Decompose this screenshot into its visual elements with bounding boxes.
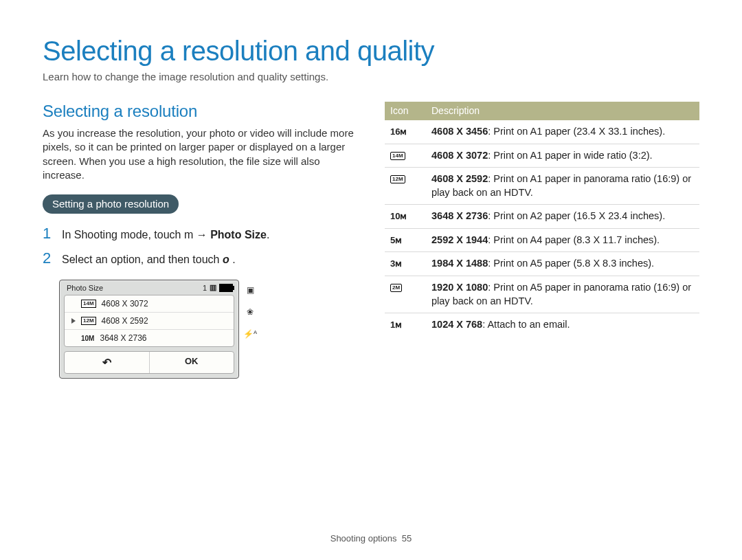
footer-section: Shooting options bbox=[330, 533, 397, 544]
table-row: 1ᴍ1024 X 768: Attach to an email. bbox=[385, 313, 699, 337]
size-icon: 12M bbox=[81, 317, 96, 325]
resolution-icon: 10ᴍ bbox=[390, 211, 407, 221]
step-bold: Photo Size bbox=[210, 229, 267, 240]
table-row: 10ᴍ3648 X 2736: Print on A2 paper (16.5 … bbox=[385, 205, 699, 229]
resolution-desc: : Print on A4 paper (8.3 X 11.7 inches). bbox=[488, 234, 660, 245]
device-bottom-bar: ↶ OK bbox=[64, 351, 234, 374]
table-icon-cell: 5ᴍ bbox=[385, 228, 426, 252]
step-punct: . bbox=[267, 229, 269, 240]
step-punct: . bbox=[232, 254, 235, 265]
resolution-desc: : Print on A2 paper (16.5 X 23.4 inches)… bbox=[488, 210, 665, 221]
table-row: 3ᴍ1984 X 1488: Print on A5 paper (5.8 X … bbox=[385, 252, 699, 276]
resolution-icon: 14M bbox=[390, 150, 405, 161]
playback-icon: ▣ bbox=[247, 285, 254, 295]
list-item[interactable]: 12M 4608 X 2592 bbox=[65, 313, 234, 330]
step-arrow: → bbox=[196, 229, 210, 240]
steps-list: 1 In Shooting mode, touch m → Photo Size… bbox=[43, 225, 357, 267]
table-desc-cell: 4608 X 3072: Print on A1 paper in wide r… bbox=[426, 144, 699, 168]
table-icon-cell: 2M bbox=[385, 276, 426, 313]
resolution-icon: 1ᴍ bbox=[390, 320, 402, 330]
table-row: 12M4608 X 2592: Print on A1 paper in pan… bbox=[385, 168, 699, 205]
device-header-label: Photo Size bbox=[67, 284, 103, 292]
table-head-icon: Icon bbox=[385, 102, 426, 120]
device-side-icons: ▣ ❀ ⚡ᴬ bbox=[243, 280, 257, 379]
device-list: 14M 4608 X 3072 12M 4608 X 2592 10M 3648… bbox=[64, 295, 234, 347]
table-desc-cell: 1984 X 1488: Print on A5 paper (5.8 X 8.… bbox=[426, 252, 699, 276]
table-desc-cell: 3648 X 2736: Print on A2 paper (16.5 X 2… bbox=[426, 205, 699, 229]
table-icon-cell: 1ᴍ bbox=[385, 313, 426, 337]
table-row: 2M1920 X 1080: Print on A5 paper in pano… bbox=[385, 276, 699, 313]
timer-icon: ❀ bbox=[247, 307, 254, 317]
resolution-desc: : Print on A5 paper (5.8 X 8.3 inches). bbox=[488, 258, 654, 269]
resolution-icon: 12M bbox=[390, 174, 405, 184]
resolution-value: 4608 X 2592 bbox=[431, 173, 488, 184]
list-item[interactable]: 10M 3648 X 2736 bbox=[65, 330, 234, 346]
resolution-value: 1024 X 768 bbox=[431, 319, 482, 330]
table-head-desc: Description bbox=[426, 102, 699, 120]
battery-icon bbox=[219, 284, 233, 292]
left-column: Selecting a resolution As you increase t… bbox=[43, 102, 357, 379]
resolution-desc: : Print on A1 paper in wide ratio (3:2). bbox=[488, 150, 652, 161]
resolution-icon: 3ᴍ bbox=[390, 258, 402, 269]
resolution-icon: 5ᴍ bbox=[390, 235, 402, 245]
table-icon-cell: 10ᴍ bbox=[385, 205, 426, 229]
sd-icon: ▥ bbox=[210, 283, 216, 292]
step-2: 2 Select an option, and then touch o . bbox=[43, 249, 357, 267]
page-footer: Shooting options 55 bbox=[0, 533, 742, 544]
resolution-value: 2592 X 1944 bbox=[431, 234, 488, 245]
table-icon-cell: 14M bbox=[385, 144, 426, 168]
list-item-label: 4608 X 2592 bbox=[102, 316, 148, 326]
table-icon-cell: 16ᴍ bbox=[385, 120, 426, 144]
table-desc-cell: 1920 X 1080: Print on A5 paper in panora… bbox=[426, 276, 699, 313]
device-status-icons: 1 ▥ bbox=[203, 283, 233, 292]
procedure-pill: Setting a photo resolution bbox=[43, 194, 179, 214]
table-desc-cell: 2592 X 1944: Print on A4 paper (8.3 X 11… bbox=[426, 228, 699, 252]
resolution-table: Icon Description 16ᴍ4608 X 3456: Print o… bbox=[385, 102, 699, 337]
table-desc-cell: 4608 X 2592: Print on A1 paper in panora… bbox=[426, 168, 699, 205]
list-item-label: 3648 X 2736 bbox=[100, 333, 146, 343]
device-topbar: Photo Size 1 ▥ bbox=[60, 280, 238, 295]
table-icon-cell: 12M bbox=[385, 168, 426, 205]
back-arrow-icon: ↶ bbox=[102, 357, 111, 368]
resolution-desc: : Attach to an email. bbox=[482, 319, 570, 330]
right-column: Icon Description 16ᴍ4608 X 3456: Print o… bbox=[385, 102, 699, 379]
table-row: 14M4608 X 3072: Print on A1 paper in wid… bbox=[385, 144, 699, 168]
resolution-value: 1920 X 1080 bbox=[431, 282, 488, 293]
step-number: 2 bbox=[43, 249, 55, 267]
size-icon: 10M bbox=[81, 335, 94, 342]
table-desc-cell: 1024 X 768: Attach to an email. bbox=[426, 313, 699, 337]
resolution-icon: 16ᴍ bbox=[390, 126, 407, 137]
resolution-value: 4608 X 3456 bbox=[431, 126, 488, 137]
resolution-icon: 2M bbox=[390, 282, 402, 293]
table-icon-cell: 3ᴍ bbox=[385, 252, 426, 276]
step-text-part: Select an option, and then touch bbox=[62, 254, 223, 265]
ok-glyph: o bbox=[223, 254, 229, 265]
resolution-value: 1984 X 1488 bbox=[431, 258, 488, 269]
device-screen: Photo Size 1 ▥ 14M 4608 X 3072 bbox=[59, 280, 239, 379]
back-button[interactable]: ↶ bbox=[65, 352, 150, 373]
selection-caret-icon bbox=[71, 318, 76, 324]
step-number: 1 bbox=[43, 225, 55, 243]
table-desc-cell: 4608 X 3456: Print on A1 paper (23.4 X 3… bbox=[426, 120, 699, 144]
section-heading: Selecting a resolution bbox=[43, 102, 357, 121]
device-mockup: Photo Size 1 ▥ 14M 4608 X 3072 bbox=[59, 280, 357, 379]
resolution-value: 4608 X 3072 bbox=[431, 150, 488, 161]
step-text-part: In Shooting mode, touch bbox=[62, 229, 184, 240]
footer-page: 55 bbox=[402, 533, 412, 544]
list-item[interactable]: 14M 4608 X 3072 bbox=[65, 295, 234, 313]
section-paragraph: As you increase the resolution, your pho… bbox=[43, 126, 357, 182]
step-1: 1 In Shooting mode, touch m → Photo Size… bbox=[43, 225, 357, 243]
ok-button[interactable]: OK bbox=[150, 352, 234, 373]
size-icon: 14M bbox=[81, 300, 96, 308]
flash-icon: ⚡ᴬ bbox=[243, 329, 257, 339]
step-text: In Shooting mode, touch m → Photo Size. bbox=[62, 229, 269, 241]
menu-icon: m bbox=[184, 229, 193, 240]
step-text: Select an option, and then touch o . bbox=[62, 254, 236, 266]
list-item-label: 4608 X 3072 bbox=[102, 299, 148, 309]
page-subtitle: Learn how to change the image resolution… bbox=[43, 71, 699, 82]
table-row: 5ᴍ2592 X 1944: Print on A4 paper (8.3 X … bbox=[385, 228, 699, 252]
resolution-value: 3648 X 2736 bbox=[431, 210, 488, 221]
counter: 1 bbox=[203, 284, 207, 292]
page-title: Selecting a resolution and quality bbox=[43, 36, 699, 67]
table-row: 16ᴍ4608 X 3456: Print on A1 paper (23.4 … bbox=[385, 120, 699, 144]
